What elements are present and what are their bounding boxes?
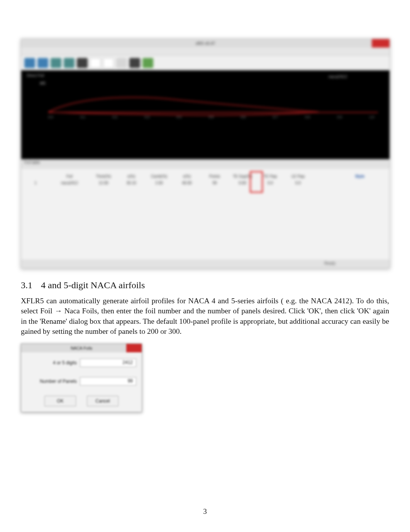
col-header: x(%) [176,174,198,178]
dialog-titlebar: NACA Foils [21,344,142,352]
dialog-title: NACA Foils [71,346,92,350]
window-title: xflr5 v6.47 [196,41,215,46]
toolbar [21,56,390,70]
col-header: x(%) [120,174,142,178]
axis-line [48,112,378,113]
toolbar-button[interactable] [103,58,114,68]
page-number: 3 [203,507,207,516]
tick-label: 1.0 [369,115,374,119]
cell: 30.10 [120,181,142,185]
section-number: 3.1 [21,280,32,290]
toolbar-button[interactable] [129,58,140,68]
close-icon[interactable] [126,344,142,352]
toolbar-button[interactable] [37,58,48,68]
tick-label: 0.2 [112,115,117,119]
field-row-panels: Number of Panels 99 [27,377,136,386]
panel-corner-label: Direct Foil [27,73,44,78]
table-section-label: Foil table [21,159,390,169]
section-title: 4 and 5-digit NACA airfoils [41,280,145,290]
cancel-button[interactable]: Cancel [87,396,119,406]
close-icon[interactable] [372,39,390,48]
airfoil-plot-panel: Direct Foil x/c naca2412 0.0 0.1 0.2 0.3… [21,70,390,159]
cell: 40.00 [176,181,198,185]
toolbar-button[interactable] [51,58,61,68]
table-row[interactable]: 1 naca2412 12.00 30.10 2.00 40.00 99 0.0… [24,181,386,185]
cell: 99 [203,181,226,185]
field-row-digits: 4 or 5 digits 2412 [27,359,136,367]
table-header-row: Foil Thick(%) x(%) Camb(%) x(%) Points T… [24,174,386,178]
toolbar-button[interactable] [77,58,88,68]
tick-label: 0.5 [209,115,214,119]
col-header: LE Flap [287,174,309,178]
field-label: Number of Panels [27,379,80,384]
ok-button[interactable]: OK [44,396,76,406]
tick-label: 0.1 [80,115,85,119]
field-label: 4 or 5 digits [27,360,80,365]
toolbar-button[interactable] [116,58,127,68]
tick-label: 0.7 [273,115,278,119]
col-header: Camb(%) [148,174,170,178]
toolbar-button[interactable] [90,58,101,68]
foil-table-area: Foil Thick(%) x(%) Camb(%) x(%) Points T… [21,169,390,260]
cell: 2.00 [148,181,170,185]
tick-label: 0.4 [177,115,182,119]
body-paragraph: XFLR5 can automatically generate airfoil… [21,296,389,337]
annotation-highlight-box [250,171,263,193]
tick-label: 0.8 [305,115,310,119]
naca-dialog-window: NACA Foils 4 or 5 digits 2412 Number of … [21,343,142,412]
toolbar-button[interactable] [142,58,153,68]
cell: 12.00 [92,181,115,185]
col-header: Thick(%) [92,174,115,178]
cell: 0.0 [287,181,309,185]
section-heading: 3.14 and 5-digit NACA airfoils [21,280,389,291]
foil-name-label: naca2412 [329,74,347,79]
status-text: Ready [324,261,335,265]
digits-input[interactable]: 2412 [80,359,136,367]
toolbar-button[interactable] [64,58,75,68]
status-bar: Ready [21,260,390,268]
dialog-button-row: OK Cancel [27,396,136,406]
col-header: Points [203,174,226,178]
toolbar-button[interactable] [24,58,35,68]
tick-label: 0.3 [144,115,149,119]
tick-label: 0.6 [241,115,246,119]
app-window: xflr5 v6.47 Direct Foil x/c naca2412 [21,39,390,269]
window-titlebar: xflr5 v6.47 [21,39,390,48]
col-header: Style [342,174,377,178]
col-header: Foil [52,174,87,178]
cell: naca2412 [52,181,87,185]
axis-label: x/c [40,80,46,86]
cell: 1 [24,181,47,185]
dialog-body: 4 or 5 digits 2412 Number of Panels 99 O… [21,352,142,412]
tick-label: 0.9 [337,115,342,119]
menubar[interactable] [21,48,390,56]
panels-input[interactable]: 99 [80,377,136,386]
airfoil-curve-icon [48,93,319,117]
tick-label: 0.0 [48,115,53,119]
axis-ticks: 0.0 0.1 0.2 0.3 0.4 0.5 0.6 0.7 0.8 0.9 … [48,115,374,119]
